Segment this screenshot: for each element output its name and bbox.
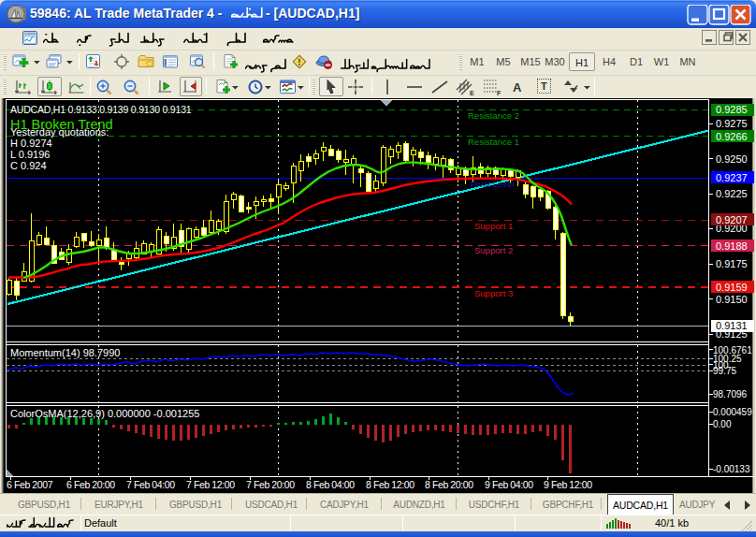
svg-text:0.000459: 0.000459 (713, 407, 752, 417)
svg-text:0.9131: 0.9131 (716, 320, 748, 331)
svg-text:0.9159: 0.9159 (716, 282, 748, 293)
svg-text:-0.00133: -0.00133 (713, 464, 750, 474)
svg-text:Resistance 1: Resistance 1 (468, 137, 519, 147)
svg-text:C 0.924: C 0.924 (10, 160, 47, 171)
svg-text:Resistance 2: Resistance 2 (468, 110, 519, 121)
svg-text:H 0.9274: H 0.9274 (10, 138, 52, 149)
svg-text:0.9266: 0.9266 (716, 131, 748, 142)
svg-text:0.9207: 0.9207 (716, 214, 748, 225)
svg-text:L 0.9196: L 0.9196 (10, 149, 50, 160)
svg-text:Momentum(14) 98.7990: Momentum(14) 98.7990 (10, 347, 120, 358)
svg-text:6 Feb 2007: 6 Feb 2007 (7, 479, 53, 490)
svg-text:AUDCAD,H1 0.9133 0.9139 0.913: AUDCAD,H1 0.9133 0.9139 0.9130 0.9131 (10, 104, 192, 115)
svg-text:Pivot Level: Pivot Level (471, 179, 514, 189)
svg-text:7 Feb 12:00: 7 Feb 12:00 (186, 479, 235, 490)
svg-text:8 Feb 20:00: 8 Feb 20:00 (425, 479, 473, 490)
svg-text:0.9250: 0.9250 (716, 153, 748, 165)
svg-text:F: F (497, 90, 502, 96)
svg-text:E: E (470, 90, 474, 96)
svg-text:8 Feb 12:00: 8 Feb 12:00 (366, 479, 414, 490)
svg-text:98.7096: 98.7096 (713, 389, 748, 399)
svg-text:0.9225: 0.9225 (716, 188, 748, 199)
svg-text:0.9175: 0.9175 (716, 258, 748, 269)
svg-text:Support 2: Support 2 (474, 245, 513, 255)
svg-text:0.9275: 0.9275 (716, 118, 748, 129)
svg-text:0.9188: 0.9188 (716, 240, 748, 252)
svg-text:0.00: 0.00 (713, 419, 732, 429)
svg-text:9 Feb 04:00: 9 Feb 04:00 (485, 479, 533, 490)
svg-text:99.75: 99.75 (713, 366, 736, 376)
svg-text:7 Feb 20:00: 7 Feb 20:00 (246, 479, 295, 490)
svg-text:9 Feb 12:00: 9 Feb 12:00 (544, 479, 592, 490)
svg-text:6 Feb 20:00: 6 Feb 20:00 (66, 479, 115, 490)
svg-text:7 Feb 04:00: 7 Feb 04:00 (126, 479, 175, 490)
svg-text:0.9150: 0.9150 (716, 294, 748, 305)
svg-text:8 Feb 04:00: 8 Feb 04:00 (306, 479, 355, 490)
svg-text:0.9285: 0.9285 (716, 104, 748, 115)
svg-text:H1 Broken Trend: H1 Broken Trend (10, 117, 113, 132)
svg-text:Support 3: Support 3 (474, 288, 513, 298)
svg-text:ColorOsMA(12,26,9) 0.000000 -0: ColorOsMA(12,26,9) 0.000000 -0.001255 (10, 408, 199, 419)
svg-text:Support 1: Support 1 (474, 221, 513, 231)
svg-text:0.9237: 0.9237 (716, 172, 748, 183)
